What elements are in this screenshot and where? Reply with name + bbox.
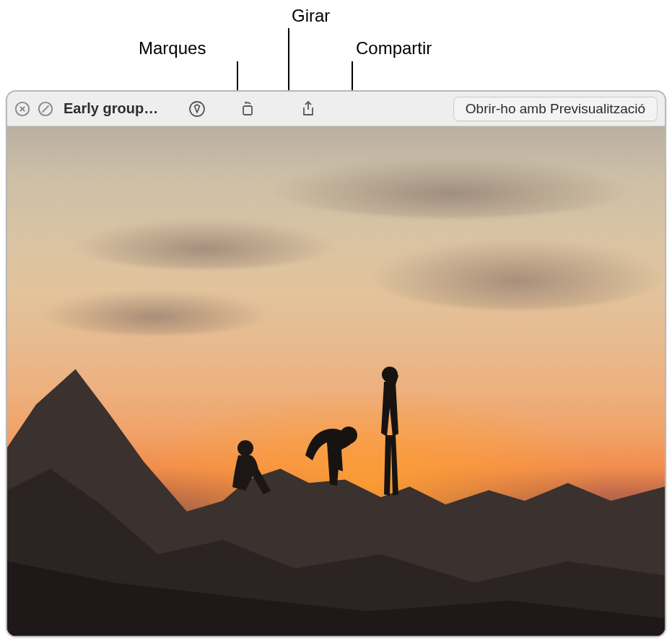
markup-button[interactable] [183, 96, 211, 122]
callout-markup-label: Marques [139, 38, 206, 58]
photo-cloud [369, 238, 665, 310]
svg-rect-6 [243, 106, 252, 115]
photo-cloud [270, 157, 632, 218]
close-icon[interactable] [14, 101, 30, 117]
svg-point-5 [190, 102, 204, 116]
share-icon [300, 100, 317, 118]
photo-cloud [73, 218, 336, 269]
open-with-preview-label: Obrir-ho amb Previsualització [466, 101, 645, 117]
markup-icon [188, 100, 206, 118]
photo-person-standing [368, 364, 411, 509]
photo-person-sitting [224, 437, 274, 509]
callout-rotate-label: Girar [292, 6, 330, 26]
photo-person-bending [292, 399, 372, 493]
rotate-button[interactable] [233, 96, 262, 122]
image-viewport [7, 126, 665, 636]
window-title: Early group… [64, 100, 158, 117]
titlebar: Early group… Obrir-ho amb Previsual [7, 92, 665, 126]
quick-look-window: Early group… Obrir-ho amb Previsual [6, 90, 666, 637]
callout-share-label: Compartir [356, 38, 432, 58]
svg-line-4 [42, 105, 48, 112]
fullscreen-toggle-icon[interactable] [38, 101, 53, 117]
share-button[interactable] [294, 96, 323, 122]
svg-point-7 [237, 440, 253, 456]
rotate-icon [239, 100, 256, 118]
photo-cloud [40, 289, 271, 336]
open-with-preview-button[interactable]: Obrir-ho amb Previsualització [453, 97, 658, 121]
